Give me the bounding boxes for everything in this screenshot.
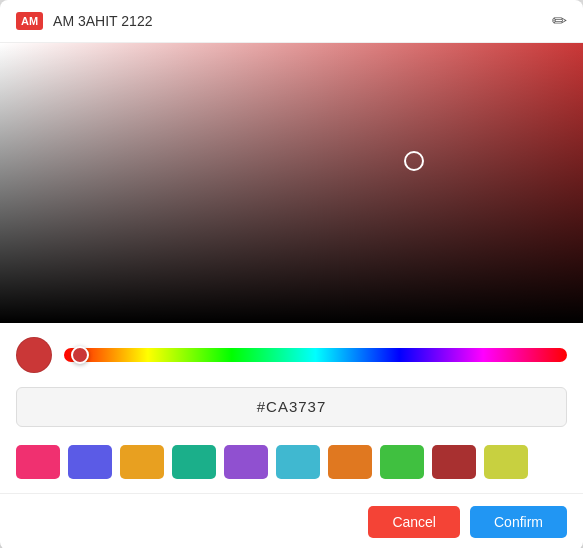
- confirm-button[interactable]: Confirm: [470, 506, 567, 538]
- dialog-footer: Cancel Confirm: [0, 493, 583, 548]
- swatches-section: [0, 439, 583, 493]
- swatch-yellow-green[interactable]: [484, 445, 528, 479]
- swatch-orange-yellow[interactable]: [120, 445, 164, 479]
- hex-input[interactable]: [27, 398, 556, 415]
- swatch-light-blue[interactable]: [276, 445, 320, 479]
- hue-slider-wrapper: [64, 348, 567, 362]
- swatch-orange[interactable]: [328, 445, 372, 479]
- edit-icon[interactable]: ✏: [552, 10, 567, 32]
- swatch-dark-red[interactable]: [432, 445, 476, 479]
- color-gradient-area[interactable]: [0, 43, 583, 323]
- swatch-blue-purple[interactable]: [68, 445, 112, 479]
- hex-section: [16, 387, 567, 427]
- color-picker-dialog: AM AM 3AHIT 2122 ✏ Cancel Confirm: [0, 0, 583, 548]
- hue-slider[interactable]: [64, 348, 567, 362]
- hue-slider-section: [0, 323, 583, 383]
- header-left: AM AM 3AHIT 2122: [16, 12, 152, 30]
- logo-badge: AM: [16, 12, 43, 30]
- color-preview: [16, 337, 52, 373]
- swatch-purple[interactable]: [224, 445, 268, 479]
- swatch-teal[interactable]: [172, 445, 216, 479]
- swatch-pink[interactable]: [16, 445, 60, 479]
- dialog-header: AM AM 3AHIT 2122 ✏: [0, 0, 583, 43]
- swatch-green[interactable]: [380, 445, 424, 479]
- color-cursor: [404, 151, 424, 171]
- cancel-button[interactable]: Cancel: [368, 506, 460, 538]
- dialog-title: AM 3AHIT 2122: [53, 13, 152, 29]
